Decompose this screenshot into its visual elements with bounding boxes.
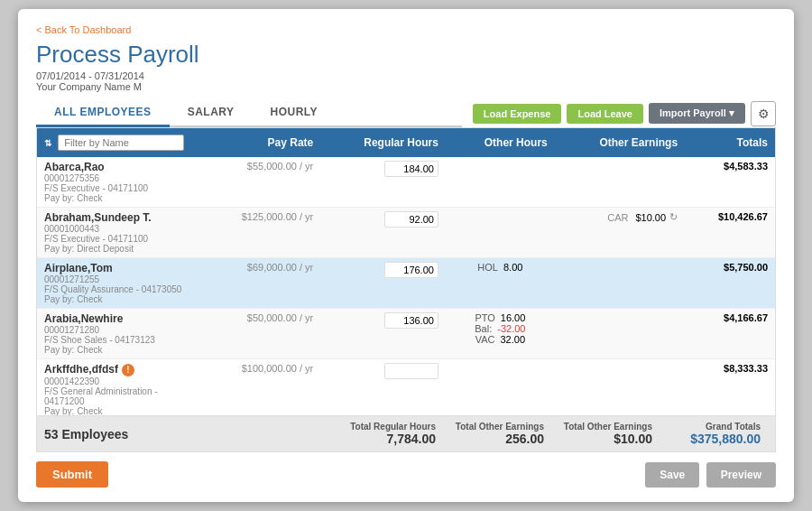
earnings-value: $10.00 — [635, 212, 666, 223]
other-earnings-header: Other Earnings — [555, 128, 685, 157]
other-earnings-cell — [555, 309, 685, 359]
pay-rate-cell: $100,000.00 / yr — [199, 359, 320, 417]
employee-id: 00001275356 — [44, 173, 192, 183]
warning-icon: ! — [122, 364, 134, 376]
totals-header: Totals — [685, 128, 775, 157]
other-hours-header: Other Hours — [446, 128, 555, 157]
total-other-hours-label: Total Other Earnings — [450, 422, 544, 432]
employee-name: Abraham,Sundeep T. — [44, 211, 192, 224]
tab-all-employees[interactable]: ALL EMPLOYEES — [36, 99, 170, 127]
employee-count: 53 Employees — [44, 427, 152, 441]
total-other-hours-col: Total Other Earnings 256.00 — [443, 422, 551, 446]
employee-name: Arabia,Newhire — [44, 312, 192, 325]
other-hours-cell: HOL 8.00 — [446, 258, 555, 309]
page-title: Process Payroll — [36, 41, 776, 69]
other-earnings-cell — [555, 359, 685, 417]
employee-dept: F/S Executive - 04171100 — [44, 234, 192, 244]
employee-id: 00001271255 — [44, 274, 192, 284]
employee-info-cell: Abraham,Sundeep T.00001000443F/S Executi… — [37, 208, 199, 258]
pay-rate-cell: $50,000.00 / yr — [199, 309, 320, 359]
save-preview-group: Save Preview — [645, 462, 776, 488]
grand-total-col: Grand Totals $375,880.00 — [660, 422, 768, 446]
employee-id: 00001271280 — [44, 325, 192, 335]
other-earnings-cell — [555, 157, 685, 208]
grand-total-label: Grand Totals — [667, 422, 761, 432]
regular-hours-cell[interactable] — [320, 359, 446, 417]
other-earnings-cell — [555, 258, 685, 309]
other-hours-value: 32.00 — [501, 334, 526, 345]
tab-bar: ALL EMPLOYEES SALARY HOURLY — [36, 99, 462, 127]
save-button[interactable]: Save — [645, 462, 699, 488]
employee-info-cell: Airplane,Tom00001271255F/S Quality Assur… — [37, 258, 199, 309]
employee-name: Abarca,Rao — [44, 161, 192, 173]
total-other-earnings-label: Total Other Earnings — [558, 422, 652, 432]
load-leave-button[interactable]: Load Leave — [567, 104, 643, 124]
total-regular-hours-label: Total Regular Hours — [342, 422, 436, 432]
filter-by-name-input[interactable] — [58, 135, 184, 151]
import-payroll-button[interactable]: Import Payroll ▾ — [649, 103, 745, 124]
other-hours-cell: PTO 16.00Bal: -32.00VAC 32.00 — [446, 309, 555, 359]
date-range: 07/01/2014 - 07/31/2014 Your Company Nam… — [36, 70, 776, 92]
employee-dept: F/S Executive - 04171100 — [44, 183, 192, 193]
total-cell: $4,583.33 — [685, 157, 775, 208]
footer-totals-row: 53 Employees Total Regular Hours 7,784.0… — [36, 416, 776, 452]
back-to-dashboard-link[interactable]: < Back To Dashboard — [36, 24, 131, 35]
regular-hours-cell[interactable] — [320, 258, 446, 309]
other-hours-label: VAC — [475, 334, 495, 345]
employee-pay-method: Pay by: Check — [44, 193, 192, 203]
total-regular-hours-col: Total Regular Hours 7,784.00 — [335, 422, 443, 446]
other-hours-value: 16.00 — [501, 312, 526, 323]
other-hours-entry: Bal: -32.00 — [453, 323, 548, 334]
table-row: Airplane,Tom00001271255F/S Quality Assur… — [37, 258, 775, 309]
other-hours-label: PTO — [475, 312, 494, 323]
payroll-table: ⇅ Pay Rate Regular Hours Other Hours Oth… — [37, 128, 775, 416]
other-hours-entry: PTO 16.00 — [453, 312, 548, 323]
other-hours-entry: HOL 8.00 — [453, 262, 548, 273]
grand-total-value: $375,880.00 — [667, 432, 761, 446]
total-regular-hours-value: 7,784.00 — [342, 432, 436, 446]
regular-hours-cell[interactable] — [320, 208, 446, 258]
employee-info-cell: Abarca,Rao00001275356F/S Executive - 041… — [37, 157, 199, 208]
preview-button[interactable]: Preview — [706, 462, 776, 488]
refresh-icon[interactable]: ↻ — [669, 211, 678, 223]
pay-rate-cell: $69,000.00 / yr — [199, 258, 320, 309]
earnings-label: CAR — [607, 212, 628, 223]
settings-gear-button[interactable]: ⚙ — [751, 101, 776, 126]
other-hours-value: -32.00 — [497, 323, 525, 334]
submit-button[interactable]: Submit — [36, 461, 108, 488]
total-other-hours-value: 256.00 — [450, 432, 544, 446]
employee-id: 00001000443 — [44, 224, 192, 234]
pay-rate-cell: $125,000.00 / yr — [199, 208, 320, 258]
other-earnings-entry: CAR $10.00↻ — [562, 211, 678, 223]
total-cell: $5,750.00 — [685, 258, 775, 309]
employee-info-cell: Arkffdhe,dfdsf!00001422390F/S General Ad… — [37, 359, 199, 417]
other-hours-cell — [446, 208, 555, 258]
employee-info-cell: Arabia,Newhire00001271280F/S Shoe Sales … — [37, 309, 199, 359]
filter-column-header: ⇅ — [37, 128, 199, 157]
table-row: Abarca,Rao00001275356F/S Executive - 041… — [37, 157, 775, 208]
tab-hourly[interactable]: HOURLY — [253, 99, 337, 127]
sort-icon: ⇅ — [44, 138, 51, 148]
employee-dept: F/S General Administration - 04171200 — [44, 386, 192, 406]
regular-hours-cell[interactable] — [320, 309, 446, 359]
table-row: Abraham,Sundeep T.00001000443F/S Executi… — [37, 208, 775, 258]
load-expense-button[interactable]: Load Expense — [473, 104, 562, 124]
other-hours-label: HOL — [477, 262, 498, 273]
footer-totals: Total Regular Hours 7,784.00 Total Other… — [152, 422, 768, 446]
bottom-actions: Submit Save Preview — [36, 461, 776, 488]
employee-id: 00001422390 — [44, 376, 192, 386]
regular-hours-header: Regular Hours — [320, 128, 446, 157]
employee-dept: F/S Quality Assurance - 04173050 — [44, 284, 192, 294]
total-other-earnings-col: Total Other Earnings $10.00 — [551, 422, 660, 446]
total-cell: $10,426.67 — [685, 208, 775, 258]
regular-hours-cell[interactable] — [320, 157, 446, 208]
employee-pay-method: Pay by: Direct Deposit — [44, 244, 192, 254]
table-row: Arkffdhe,dfdsf!00001422390F/S General Ad… — [37, 359, 775, 417]
employee-name: Airplane,Tom — [44, 262, 192, 274]
other-hours-entry: VAC 32.00 — [453, 334, 548, 345]
other-hours-cell — [446, 359, 555, 417]
other-hours-value: 8.00 — [503, 262, 522, 273]
other-hours-cell — [446, 157, 555, 208]
other-hours-label: Bal: — [475, 323, 492, 334]
tab-salary[interactable]: SALARY — [170, 99, 253, 127]
